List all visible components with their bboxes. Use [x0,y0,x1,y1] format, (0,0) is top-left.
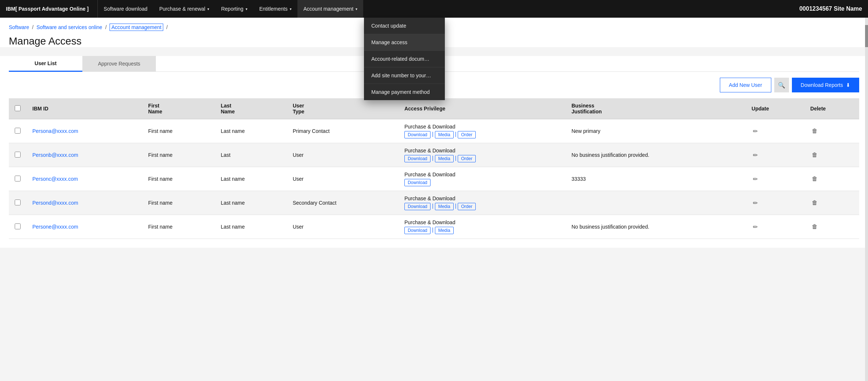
badge-row: Download|Media|Order [404,203,560,210]
access-badge: Download [404,155,431,162]
business-justification-cell: 33333 [565,167,746,191]
user-table: IBM ID FirstName LastName UserType Acces… [9,98,859,239]
access-privilege-text: Purchase & Download [404,195,560,201]
dropdown-manage-access[interactable]: Manage access [364,34,445,51]
breadcrumb-current[interactable]: Account management [110,24,163,31]
delete-button[interactable]: 🗑 [810,150,819,160]
site-info: 0001234567 Site Name [793,6,862,12]
breadcrumb-sep-1: / [32,24,33,30]
update-button[interactable]: ✏ [751,126,759,136]
tab-approve-requests[interactable]: Approve Requests [82,56,156,71]
ibm-id-link[interactable]: Personc@xxxx.com [32,176,78,182]
user-type-cell: Primary Contact [287,119,399,143]
table-row: Persone@xxxx.comFirst nameLast nameUserP… [9,215,859,239]
delete-button[interactable]: 🗑 [810,174,819,184]
col-business-justification: BusinessJustification [565,98,746,119]
access-badge: Download [404,227,431,234]
update-button[interactable]: ✏ [751,222,759,232]
update-button[interactable]: ✏ [751,174,759,184]
user-type-cell: User [287,215,399,239]
col-first-name: FirstName [142,98,215,119]
last-name-cell: Last name [215,191,287,215]
ibm-id-link[interactable]: Persona@xxxx.com [32,128,78,134]
tab-user-list[interactable]: User List [9,56,82,72]
search-icon: 🔍 [778,82,785,89]
delete-button[interactable]: 🗑 [810,126,819,136]
brand-prefix: IBM [6,6,15,12]
ibm-id-link[interactable]: Persond@xxxx.com [32,200,78,206]
business-justification-cell: No business justification provided. [565,143,746,167]
breadcrumb-sep-3: / [166,24,168,30]
select-all-checkbox[interactable] [15,105,21,111]
badge-separator: | [455,203,457,210]
add-new-user-button[interactable]: Add New User [720,78,771,92]
nav-reporting[interactable]: Reporting ▾ [215,0,253,18]
access-privilege-text: Purchase & Download [404,219,560,225]
col-access-privilege: Access Privilege [399,98,565,119]
brand-name: [ Passport Advantage Online ] [15,6,89,12]
ibm-id-link[interactable]: Persone@xxxx.com [32,224,78,230]
dropdown-account-related-docs[interactable]: Account-related docum… [364,51,445,67]
last-name-cell: Last name [215,215,287,239]
row-checkbox[interactable] [15,223,21,229]
user-type-cell: Secondary Contact [287,191,399,215]
table-header-row: IBM ID FirstName LastName UserType Acces… [9,98,859,119]
col-delete: Delete [804,98,859,119]
access-badge: Media [435,155,454,162]
row-checkbox[interactable] [15,200,21,205]
access-badge: Media [435,227,454,234]
last-name-cell: Last name [215,167,287,191]
nav-items: Software download Purchase & renewal ▾ R… [98,0,793,18]
col-last-name: LastName [215,98,287,119]
delete-button[interactable]: 🗑 [810,198,819,208]
chevron-down-icon: ▾ [246,7,247,11]
nav-entitlements[interactable]: Entitlements ▾ [253,0,297,18]
access-privilege-text: Purchase & Download [404,124,560,130]
update-button[interactable]: ✏ [751,150,759,160]
badge-row: Download|Media [404,227,560,234]
breadcrumb-software[interactable]: Software [9,24,29,30]
access-badge: Order [458,131,476,138]
download-reports-button[interactable]: Download Reports ⬇ [792,78,859,92]
last-name-cell: Last name [215,119,287,143]
access-badge: Order [458,155,476,162]
badge-row: Download|Media|Order [404,131,560,138]
access-badge: Download [404,179,431,186]
access-badge: Download [404,203,431,210]
account-number: 0001234567 [799,6,832,12]
table-row: Persona@xxxx.comFirst nameLast namePrima… [9,119,859,143]
col-update: Update [746,98,804,119]
badge-row: Download|Media|Order [404,155,560,162]
breadcrumb-software-services[interactable]: Software and services online [36,24,102,30]
select-all-header [9,98,26,119]
search-button[interactable]: 🔍 [774,78,789,92]
update-button[interactable]: ✏ [751,198,759,208]
user-type-cell: User [287,167,399,191]
business-justification-cell: New primary [565,119,746,143]
access-privilege-text: Purchase & Download [404,148,560,154]
brand-logo[interactable]: IBM [ Passport Advantage Online ] [6,0,98,18]
dropdown-manage-payment[interactable]: Manage payment method [364,84,445,100]
row-checkbox[interactable] [15,152,21,158]
scroll-thumb[interactable] [865,25,868,47]
dropdown-add-site-number[interactable]: Add site number to your… [364,67,445,84]
scrollbar[interactable] [865,18,868,248]
access-badge: Media [435,131,454,138]
first-name-cell: First name [142,119,215,143]
ibm-id-link[interactable]: Personb@xxxx.com [32,152,78,158]
chevron-down-icon: ▾ [290,7,292,11]
business-justification-cell: No business justification provided. [565,215,746,239]
row-checkbox[interactable] [15,128,21,134]
dropdown-contact-update[interactable]: Contact update [364,18,445,34]
nav-account-management[interactable]: Account management ▾ [297,0,363,18]
nav-purchase-renewal[interactable]: Purchase & renewal ▾ [153,0,215,18]
badge-separator: | [432,155,433,162]
badge-separator: | [455,155,457,162]
delete-button[interactable]: 🗑 [810,222,819,232]
badge-separator: | [432,131,433,138]
access-privilege-text: Purchase & Download [404,172,560,177]
badge-separator: | [455,131,457,138]
nav-software-download[interactable]: Software download [98,0,153,18]
badge-separator: | [432,227,433,234]
row-checkbox[interactable] [15,176,21,181]
